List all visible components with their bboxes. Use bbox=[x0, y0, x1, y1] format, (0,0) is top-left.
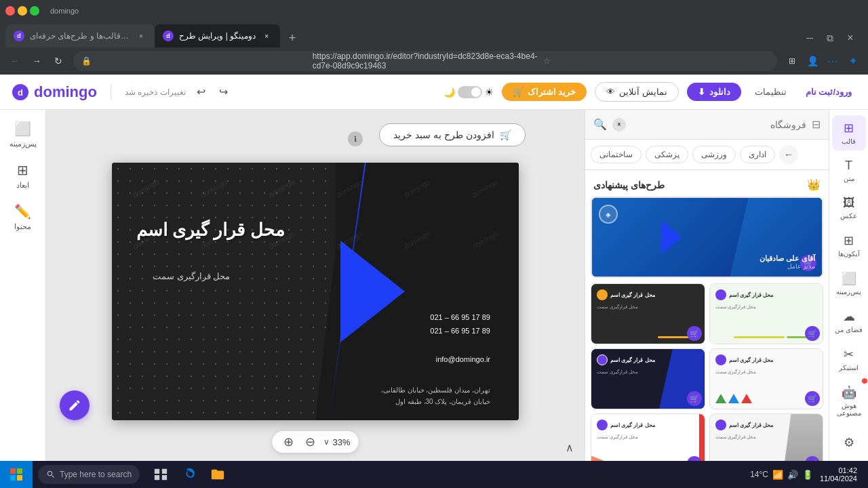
undo-btn[interactable]: ↩ bbox=[194, 83, 208, 101]
minimize-btn[interactable] bbox=[18, 6, 27, 16]
template-card-3[interactable]: محل قرار گیری اسم محل قرارگیری سمت bbox=[709, 348, 824, 409]
logo[interactable]: d domingo bbox=[11, 83, 97, 102]
tab1-close[interactable]: × bbox=[136, 30, 146, 41]
search-clear-btn[interactable]: × bbox=[612, 118, 626, 131]
card5-accent bbox=[783, 414, 823, 461]
taskbar-app-icons bbox=[148, 461, 231, 488]
maximize-btn[interactable] bbox=[30, 6, 39, 16]
zoom-percent-icon: ∨ bbox=[323, 437, 330, 447]
close-btn[interactable] bbox=[5, 6, 15, 16]
card2-cart[interactable]: 🛒 bbox=[687, 326, 702, 341]
window-close-btn[interactable]: × bbox=[841, 28, 860, 47]
profile-btn[interactable]: 👤 bbox=[803, 52, 822, 70]
template-card-2[interactable]: محل قرار گیری اسم محل قرارگیری سمت 🛒 bbox=[591, 283, 705, 344]
tab2-close[interactable]: × bbox=[261, 30, 272, 41]
card4-cart[interactable]: 🛒 bbox=[687, 391, 702, 406]
date-display: 11/04/2024 bbox=[820, 474, 857, 483]
rs-settings-btn[interactable]: ⚙ bbox=[832, 430, 866, 455]
card2-bars bbox=[597, 336, 699, 338]
redo-btn[interactable]: ↪ bbox=[216, 83, 231, 101]
svg-rect-5 bbox=[17, 475, 22, 481]
window-restore-btn[interactable]: ⧉ bbox=[821, 28, 840, 47]
taskbar-explorer-btn[interactable] bbox=[205, 461, 231, 488]
featured-sub: مدیر عامل bbox=[760, 263, 815, 270]
filter-icon[interactable]: ⊟ bbox=[812, 118, 821, 131]
template-card-5[interactable]: محل قرار گیری اسم محل قرارگیری سمت 🛒 bbox=[709, 413, 824, 461]
settings-btn[interactable]: تنظیمات bbox=[749, 87, 792, 97]
template-card-1[interactable]: محل قرار گیری اسم محل قرارگیری سمت 🛒 bbox=[709, 283, 824, 344]
login-btn[interactable]: ورود/ثبت نام bbox=[800, 87, 857, 97]
phone2: 021 – 66 95 17 89 bbox=[430, 325, 490, 338]
card1-cart[interactable]: 🛒 bbox=[805, 326, 820, 341]
zoom-in-btn[interactable]: ⊕ bbox=[280, 434, 296, 450]
tool-dimensions[interactable]: ⊞ ابعاد bbox=[3, 157, 43, 195]
download-btn[interactable]: ⬇ دانلود bbox=[687, 83, 741, 101]
card5-logo-row: محل قرار گیری اسم bbox=[715, 420, 774, 430]
window-minimize-btn[interactable]: ─ bbox=[800, 28, 819, 47]
rs-icon-btn[interactable]: ⊞ آیکون‌ها bbox=[832, 228, 866, 263]
tri1 bbox=[741, 394, 752, 403]
add-to-cart-btn[interactable]: 🛒 افزودن طرح به سبد خرید bbox=[379, 123, 526, 146]
copilot-btn[interactable]: ✦ bbox=[844, 52, 863, 70]
toggle-track[interactable] bbox=[458, 86, 482, 98]
cat-office[interactable]: پزشکی bbox=[646, 146, 688, 163]
rs-template-btn[interactable]: ⊞ قالب bbox=[832, 115, 866, 150]
card5-logo bbox=[715, 420, 726, 430]
header-divider bbox=[111, 84, 111, 100]
taskbar-search[interactable]: Type here to search bbox=[38, 465, 140, 484]
taskbar-edge-btn[interactable] bbox=[176, 461, 202, 488]
cat-medical[interactable]: اداری bbox=[740, 146, 775, 163]
start-btn[interactable] bbox=[0, 461, 33, 488]
address-bar[interactable]: 🔒 https://app.domingo.ir/editor?industry… bbox=[73, 51, 777, 71]
zoom-out-btn[interactable]: ⊖ bbox=[302, 434, 318, 450]
rs-photo-btn[interactable]: 🖼 عکس bbox=[832, 190, 866, 225]
app-header: d domingo تغییرات ذخیره شد ↩ ↪ 🌙 ☀ 🛒 خری… bbox=[0, 75, 868, 110]
background-label: پس‌زمینه bbox=[9, 140, 37, 148]
cat-back-btn[interactable]: ← bbox=[779, 145, 798, 164]
taskbar-search-placeholder: Type here to search bbox=[60, 470, 132, 479]
card4-logo bbox=[597, 354, 608, 365]
extensions-btn[interactable]: ⊞ bbox=[783, 52, 802, 70]
back-btn[interactable]: ← bbox=[5, 52, 24, 70]
info-icon[interactable]: ℹ bbox=[348, 131, 363, 146]
featured-template[interactable]: ◈ آقای علی صادقیان مدیر عامل 🛒 bbox=[591, 197, 823, 278]
search-input[interactable] bbox=[631, 119, 806, 130]
template-card-4[interactable]: محل قرار گیری اسم محل قرارگیری سمت 🛒 bbox=[591, 348, 705, 409]
card3-cart[interactable]: 🛒 bbox=[805, 391, 820, 406]
cat-construction[interactable]: ساختمانی bbox=[591, 146, 642, 163]
rs-bg-btn[interactable]: ⬜ پس‌زمینه bbox=[832, 266, 866, 301]
section-title: طرح‌های پیشنهادی bbox=[593, 180, 665, 190]
rs-sticker-btn[interactable]: ✂ استیکر bbox=[832, 342, 866, 377]
refresh-btn[interactable]: ↻ bbox=[49, 52, 68, 70]
rs-ai-btn[interactable]: 🤖 هوش مصنوعی bbox=[832, 380, 866, 422]
tool-content[interactable]: ✏️ محتوا bbox=[3, 198, 43, 237]
template-card-6[interactable]: محل قرار گیری اسم محل قرارگیری سمت 🛒 bbox=[591, 413, 705, 461]
featured-inner: ◈ آقای علی صادقیان مدیر عامل bbox=[592, 198, 822, 277]
floating-edit-btn[interactable] bbox=[60, 390, 90, 420]
cat-sport[interactable]: ورزشی bbox=[692, 146, 736, 163]
taskbar-time[interactable]: 01:42 11/04/2024 bbox=[820, 466, 864, 483]
download-label: دانلود bbox=[709, 87, 730, 97]
rs-photo-label: عکس bbox=[840, 212, 857, 220]
rs-text-btn[interactable]: T متن bbox=[832, 153, 866, 188]
icon-icon: ⊞ bbox=[844, 233, 854, 248]
rs-bg-label: پس‌زمینه bbox=[836, 288, 861, 296]
rs-space-btn[interactable]: ☁ فضای من bbox=[832, 304, 866, 339]
new-tab-btn[interactable]: + bbox=[283, 28, 302, 47]
chevron-up-btn[interactable]: ∧ bbox=[566, 441, 574, 454]
preview-btn[interactable]: 👁 نمایش آنلاین bbox=[595, 82, 679, 102]
dark-mode-toggle[interactable]: 🌙 ☀ bbox=[443, 86, 494, 98]
menu-btn[interactable]: ⋯ bbox=[823, 52, 842, 70]
cart-icon: 🛒 bbox=[500, 129, 511, 140]
forward-btn[interactable]: → bbox=[27, 52, 46, 70]
templates-section: 👑 طرح‌های پیشنهادی ◈ bbox=[585, 170, 829, 461]
tab-1[interactable]: d دومینگو | قالب‌ها و طرح‌های حرفه‌ای × bbox=[5, 24, 155, 47]
buy-btn[interactable]: 🛒 خرید اشتراک bbox=[502, 83, 587, 101]
card4-sub: محل قرارگیری سمت bbox=[597, 369, 638, 375]
taskbar-task-view-btn[interactable] bbox=[148, 461, 174, 488]
buy-icon: 🛒 bbox=[513, 87, 524, 97]
tri3 bbox=[715, 394, 726, 403]
tab-2[interactable]: d دومینگو | ویرایش طرح × bbox=[155, 24, 280, 47]
tool-background[interactable]: ⬜ پس‌زمینه bbox=[3, 115, 43, 154]
address-line2: خیابان فریمان، پلاک 30، طبقه اول bbox=[381, 396, 490, 407]
